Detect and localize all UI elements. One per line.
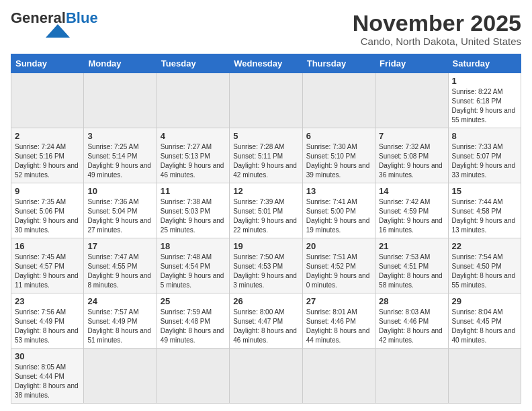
calendar-cell bbox=[11, 73, 84, 128]
weekday-header-monday: Monday bbox=[84, 54, 157, 73]
week-row-2: 2Sunrise: 7:24 AM Sunset: 5:16 PM Daylig… bbox=[11, 128, 521, 183]
weekday-header-row: SundayMondayTuesdayWednesdayThursdayFrid… bbox=[11, 54, 521, 73]
month-year-title: November 2025 bbox=[353, 11, 521, 36]
calendar-cell: 11Sunrise: 7:38 AM Sunset: 5:03 PM Dayli… bbox=[157, 183, 229, 238]
calendar-cell bbox=[230, 73, 302, 128]
weekday-header-sunday: Sunday bbox=[11, 54, 84, 73]
day-number: 17 bbox=[87, 241, 152, 251]
calendar-cell: 26Sunrise: 8:00 AM Sunset: 4:47 PM Dayli… bbox=[230, 293, 302, 349]
day-number: 25 bbox=[161, 296, 226, 306]
title-area: November 2025 Cando, North Dakota, Unite… bbox=[353, 11, 521, 47]
day-info: Sunrise: 7:27 AM Sunset: 5:13 PM Dayligh… bbox=[161, 142, 226, 180]
day-info: Sunrise: 7:33 AM Sunset: 5:07 PM Dayligh… bbox=[452, 142, 517, 180]
day-info: Sunrise: 7:41 AM Sunset: 5:00 PM Dayligh… bbox=[306, 197, 371, 235]
day-info: Sunrise: 7:28 AM Sunset: 5:11 PM Dayligh… bbox=[233, 142, 298, 180]
day-number: 11 bbox=[161, 186, 226, 196]
day-number: 12 bbox=[233, 186, 298, 196]
day-number: 30 bbox=[15, 351, 80, 361]
day-number: 3 bbox=[87, 131, 152, 141]
calendar-cell: 28Sunrise: 8:03 AM Sunset: 4:46 PM Dayli… bbox=[375, 293, 448, 349]
calendar-cell: 21Sunrise: 7:53 AM Sunset: 4:51 PM Dayli… bbox=[375, 238, 448, 293]
day-number: 7 bbox=[379, 131, 444, 141]
calendar-cell bbox=[302, 73, 375, 128]
calendar-cell: 13Sunrise: 7:41 AM Sunset: 5:00 PM Dayli… bbox=[302, 183, 375, 238]
day-number: 9 bbox=[15, 186, 80, 196]
calendar-cell: 1Sunrise: 8:22 AM Sunset: 6:18 PM Daylig… bbox=[448, 73, 521, 128]
calendar-cell: 20Sunrise: 7:51 AM Sunset: 4:52 PM Dayli… bbox=[302, 238, 375, 293]
calendar-cell: 14Sunrise: 7:42 AM Sunset: 4:59 PM Dayli… bbox=[375, 183, 448, 238]
day-info: Sunrise: 8:05 AM Sunset: 4:44 PM Dayligh… bbox=[15, 363, 80, 400]
calendar-cell: 27Sunrise: 8:01 AM Sunset: 4:46 PM Dayli… bbox=[302, 293, 375, 349]
calendar-cell: 18Sunrise: 7:48 AM Sunset: 4:54 PM Dayli… bbox=[157, 238, 229, 293]
day-number: 10 bbox=[87, 186, 152, 196]
day-info: Sunrise: 7:56 AM Sunset: 4:49 PM Dayligh… bbox=[15, 308, 80, 345]
day-info: Sunrise: 7:48 AM Sunset: 4:54 PM Dayligh… bbox=[161, 253, 226, 290]
day-info: Sunrise: 7:32 AM Sunset: 5:08 PM Dayligh… bbox=[379, 142, 444, 180]
day-number: 19 bbox=[233, 241, 298, 251]
calendar-cell: 19Sunrise: 7:50 AM Sunset: 4:53 PM Dayli… bbox=[230, 238, 302, 293]
calendar-cell: 4Sunrise: 7:27 AM Sunset: 5:13 PM Daylig… bbox=[157, 128, 229, 183]
calendar-cell: 16Sunrise: 7:45 AM Sunset: 4:57 PM Dayli… bbox=[11, 238, 84, 293]
calendar-cell bbox=[302, 349, 375, 404]
calendar-cell: 24Sunrise: 7:57 AM Sunset: 4:49 PM Dayli… bbox=[84, 293, 157, 349]
day-info: Sunrise: 7:25 AM Sunset: 5:14 PM Dayligh… bbox=[87, 142, 152, 180]
day-info: Sunrise: 8:03 AM Sunset: 4:46 PM Dayligh… bbox=[379, 308, 444, 345]
calendar-cell: 17Sunrise: 7:47 AM Sunset: 4:55 PM Dayli… bbox=[84, 238, 157, 293]
calendar-cell bbox=[84, 349, 157, 404]
day-number: 16 bbox=[15, 241, 80, 251]
day-number: 20 bbox=[306, 241, 371, 251]
day-info: Sunrise: 7:44 AM Sunset: 4:58 PM Dayligh… bbox=[452, 197, 517, 235]
day-number: 27 bbox=[306, 296, 371, 306]
day-info: Sunrise: 7:54 AM Sunset: 4:50 PM Dayligh… bbox=[452, 253, 517, 290]
logo-text-general: General bbox=[11, 11, 66, 26]
day-number: 28 bbox=[379, 296, 444, 306]
weekday-header-wednesday: Wednesday bbox=[230, 54, 302, 73]
day-info: Sunrise: 7:38 AM Sunset: 5:03 PM Dayligh… bbox=[161, 197, 226, 235]
calendar-cell bbox=[157, 73, 229, 128]
week-row-5: 23Sunrise: 7:56 AM Sunset: 4:49 PM Dayli… bbox=[11, 293, 521, 349]
day-number: 8 bbox=[452, 131, 517, 141]
day-number: 15 bbox=[452, 186, 517, 196]
calendar-cell: 3Sunrise: 7:25 AM Sunset: 5:14 PM Daylig… bbox=[84, 128, 157, 183]
day-info: Sunrise: 7:45 AM Sunset: 4:57 PM Dayligh… bbox=[15, 253, 80, 290]
day-info: Sunrise: 7:42 AM Sunset: 4:59 PM Dayligh… bbox=[379, 197, 444, 235]
logo: General Blue bbox=[11, 11, 98, 38]
calendar-cell: 29Sunrise: 8:04 AM Sunset: 4:45 PM Dayli… bbox=[448, 293, 521, 349]
day-number: 26 bbox=[233, 296, 298, 306]
day-info: Sunrise: 8:00 AM Sunset: 4:47 PM Dayligh… bbox=[233, 308, 298, 345]
calendar-cell bbox=[157, 349, 229, 404]
week-row-3: 9Sunrise: 7:35 AM Sunset: 5:06 PM Daylig… bbox=[11, 183, 521, 238]
calendar-cell bbox=[84, 73, 157, 128]
week-row-4: 16Sunrise: 7:45 AM Sunset: 4:57 PM Dayli… bbox=[11, 238, 521, 293]
calendar-cell: 5Sunrise: 7:28 AM Sunset: 5:11 PM Daylig… bbox=[230, 128, 302, 183]
calendar-cell bbox=[375, 349, 448, 404]
day-info: Sunrise: 7:36 AM Sunset: 5:04 PM Dayligh… bbox=[87, 197, 152, 235]
weekday-header-friday: Friday bbox=[375, 54, 448, 73]
header: General Blue November 2025 Cando, North … bbox=[11, 11, 521, 47]
day-number: 4 bbox=[161, 131, 226, 141]
day-info: Sunrise: 7:50 AM Sunset: 4:53 PM Dayligh… bbox=[233, 253, 298, 290]
location-title: Cando, North Dakota, United States bbox=[353, 36, 521, 47]
calendar-cell: 10Sunrise: 7:36 AM Sunset: 5:04 PM Dayli… bbox=[84, 183, 157, 238]
logo-text-blue: Blue bbox=[66, 11, 98, 26]
calendar-table: SundayMondayTuesdayWednesdayThursdayFrid… bbox=[11, 54, 521, 404]
day-info: Sunrise: 8:01 AM Sunset: 4:46 PM Dayligh… bbox=[306, 308, 371, 345]
svg-marker-0 bbox=[46, 24, 70, 38]
day-info: Sunrise: 7:57 AM Sunset: 4:49 PM Dayligh… bbox=[87, 308, 152, 345]
day-number: 22 bbox=[452, 241, 517, 251]
calendar-cell bbox=[448, 349, 521, 404]
week-row-6: 30Sunrise: 8:05 AM Sunset: 4:44 PM Dayli… bbox=[11, 349, 521, 404]
weekday-header-thursday: Thursday bbox=[302, 54, 375, 73]
calendar-cell: 22Sunrise: 7:54 AM Sunset: 4:50 PM Dayli… bbox=[448, 238, 521, 293]
day-number: 24 bbox=[87, 296, 152, 306]
day-number: 23 bbox=[15, 296, 80, 306]
calendar-cell: 6Sunrise: 7:30 AM Sunset: 5:10 PM Daylig… bbox=[302, 128, 375, 183]
day-info: Sunrise: 7:59 AM Sunset: 4:48 PM Dayligh… bbox=[161, 308, 226, 345]
calendar-cell: 12Sunrise: 7:39 AM Sunset: 5:01 PM Dayli… bbox=[230, 183, 302, 238]
calendar-cell: 23Sunrise: 7:56 AM Sunset: 4:49 PM Dayli… bbox=[11, 293, 84, 349]
day-info: Sunrise: 7:30 AM Sunset: 5:10 PM Dayligh… bbox=[306, 142, 371, 180]
calendar-cell: 30Sunrise: 8:05 AM Sunset: 4:44 PM Dayli… bbox=[11, 349, 84, 404]
day-number: 1 bbox=[452, 76, 517, 86]
calendar-cell: 8Sunrise: 7:33 AM Sunset: 5:07 PM Daylig… bbox=[448, 128, 521, 183]
logo-icon bbox=[46, 24, 70, 38]
